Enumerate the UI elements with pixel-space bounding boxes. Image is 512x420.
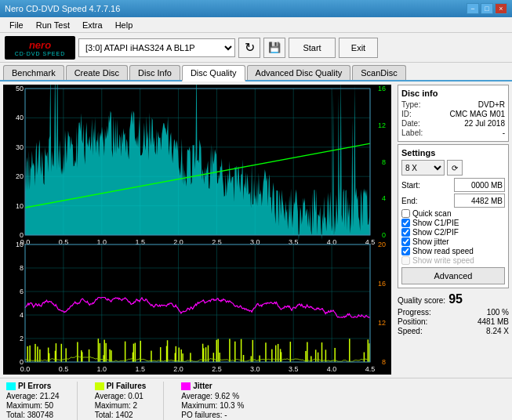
- quick-scan-label: Quick scan: [412, 209, 451, 218]
- start-button[interactable]: Start: [289, 38, 336, 58]
- advanced-button[interactable]: Advanced: [401, 267, 505, 284]
- pi-failures-color: [95, 382, 104, 390]
- tab-advanced-disc-quality[interactable]: Advanced Disc Quality: [247, 65, 351, 80]
- disc-type-label: Type:: [401, 100, 420, 109]
- right-panel: Disc info Type: DVD+R ID: CMC MAG M01 Da…: [394, 81, 512, 378]
- chart-area: [3, 85, 391, 375]
- menu-help[interactable]: Help: [109, 19, 140, 31]
- show-c1-row: Show C1/PIE: [401, 219, 505, 227]
- maximize-button[interactable]: □: [481, 3, 493, 14]
- tab-benchmark[interactable]: Benchmark: [3, 65, 64, 80]
- stats-bar: PI Errors Average: 21.24 Maximum: 50 Tot…: [0, 378, 512, 420]
- menu-runtest[interactable]: Run Test: [30, 19, 76, 31]
- jitter-po: PO failures: -: [181, 411, 244, 419]
- pi-errors-label: PI Errors: [6, 382, 60, 390]
- show-jitter-label: Show jitter: [412, 237, 449, 246]
- speed-icon-button[interactable]: ⟳: [447, 160, 463, 176]
- jitter-max: Maximum: 10.3 %: [181, 401, 244, 410]
- speed-stat-label: Speed:: [398, 327, 423, 335]
- quality-score-value: 95: [448, 292, 463, 306]
- speed-row: 8 X ⟳: [401, 160, 505, 176]
- position-value: 4481 MB: [478, 317, 509, 326]
- pi-failures-group: PI Failures Average: 0.01 Maximum: 2 Tot…: [95, 382, 147, 420]
- save-button[interactable]: 💾: [263, 38, 285, 58]
- disc-info-section: Disc info Type: DVD+R ID: CMC MAG M01 Da…: [398, 85, 509, 142]
- show-write-row: Show write speed: [401, 256, 505, 265]
- refresh-button[interactable]: ↻: [238, 38, 260, 58]
- minimize-button[interactable]: −: [467, 3, 479, 14]
- tab-scandisc[interactable]: ScanDisc: [352, 65, 405, 80]
- position-label: Position:: [398, 317, 427, 326]
- quick-scan-checkbox[interactable]: [401, 209, 410, 218]
- disc-date-row: Date: 22 Jul 2018: [401, 119, 505, 128]
- separator-2: [163, 382, 164, 420]
- quality-score-row: Quality score: 95: [398, 292, 509, 306]
- show-read-checkbox[interactable]: [401, 247, 410, 255]
- speed-stat-value: 8.24 X: [486, 327, 509, 335]
- disc-label-label: Label:: [401, 129, 423, 137]
- app-title: Nero CD-DVD Speed 4.7.7.16: [5, 4, 120, 13]
- disc-date-value: 22 Jul 2018: [464, 119, 505, 128]
- disc-label-row: Label: -: [401, 129, 505, 137]
- show-write-checkbox[interactable]: [401, 256, 410, 265]
- speed-select[interactable]: 8 X: [401, 160, 445, 176]
- start-mb-label: Start:: [401, 181, 420, 190]
- pi-errors-avg: Average: 21.24: [6, 392, 60, 400]
- end-mb-label: End:: [401, 197, 418, 205]
- show-c2-checkbox[interactable]: [401, 228, 410, 237]
- menubar: File Run Test Extra Help: [0, 17, 512, 33]
- start-mb-input[interactable]: [454, 178, 505, 192]
- start-mb-row: Start:: [401, 178, 505, 192]
- menu-extra[interactable]: Extra: [76, 19, 109, 31]
- show-c1-label: Show C1/PIE: [412, 219, 459, 227]
- titlebar-title: Nero CD-DVD Speed 4.7.7.16: [5, 4, 120, 13]
- disc-info-title: Disc info: [401, 89, 505, 98]
- pi-failures-avg: Average: 0.01: [95, 392, 147, 400]
- progress-value: 100 %: [487, 308, 509, 317]
- disc-id-row: ID: CMC MAG M01: [401, 110, 505, 118]
- end-mb-input[interactable]: [454, 194, 505, 208]
- show-c2-row: Show C2/PIF: [401, 228, 505, 237]
- disc-type-value: DVD+R: [478, 100, 505, 109]
- nero-logo-sub: CD·DVD SPEED: [15, 51, 66, 56]
- settings-title: Settings: [401, 148, 505, 158]
- progress-label: Progress:: [398, 308, 431, 317]
- tab-disc-info[interactable]: Disc Info: [129, 65, 180, 80]
- close-button[interactable]: ×: [495, 3, 507, 14]
- settings-section: Settings 8 X ⟳ Start: End: Quick scan: [398, 144, 509, 288]
- exit-button[interactable]: Exit: [339, 38, 378, 58]
- jitter-group: Jitter Average: 9.62 % Maximum: 10.3 % P…: [181, 382, 244, 420]
- end-mb-row: End:: [401, 194, 505, 208]
- show-write-label: Show write speed: [412, 256, 474, 265]
- show-jitter-checkbox[interactable]: [401, 237, 410, 246]
- pi-failures-label: PI Failures: [95, 382, 147, 390]
- disc-label-value: -: [503, 129, 505, 137]
- show-c1-checkbox[interactable]: [401, 219, 410, 227]
- tab-disc-quality[interactable]: Disc Quality: [182, 65, 245, 81]
- show-read-label: Show read speed: [412, 247, 474, 255]
- nero-logo: nero CD·DVD SPEED: [5, 36, 75, 60]
- main-content: Disc info Type: DVD+R ID: CMC MAG M01 Da…: [0, 81, 512, 378]
- speed-stat-row: Speed: 8.24 X: [398, 327, 509, 335]
- show-read-row: Show read speed: [401, 247, 505, 255]
- titlebar: Nero CD-DVD Speed 4.7.7.16 − □ ×: [0, 0, 512, 17]
- tabs: Benchmark Create Disc Disc Info Disc Qua…: [0, 63, 512, 81]
- pi-errors-max: Maximum: 50: [6, 401, 60, 410]
- jitter-avg: Average: 9.62 %: [181, 392, 244, 400]
- quality-section: Quality score: 95 Progress: 100 % Positi…: [398, 291, 509, 338]
- nero-logo-text: nero: [29, 39, 51, 51]
- show-c2-label: Show C2/PIF: [412, 228, 459, 237]
- jitter-label: Jitter: [181, 382, 244, 390]
- tab-create-disc[interactable]: Create Disc: [66, 65, 128, 80]
- toolbar: nero CD·DVD SPEED [3:0] ATAPI iHAS324 A …: [0, 33, 512, 63]
- disc-type-row: Type: DVD+R: [401, 100, 505, 109]
- progress-row: Progress: 100 %: [398, 308, 509, 317]
- drive-selector[interactable]: [3:0] ATAPI iHAS324 A BL1P: [78, 38, 235, 57]
- separator-1: [77, 382, 78, 420]
- pi-errors-color: [6, 382, 16, 390]
- menu-file[interactable]: File: [3, 19, 30, 31]
- jitter-color: [181, 382, 191, 390]
- disc-id-value: CMC MAG M01: [449, 110, 505, 118]
- titlebar-controls: − □ ×: [467, 3, 507, 14]
- show-jitter-row: Show jitter: [401, 237, 505, 246]
